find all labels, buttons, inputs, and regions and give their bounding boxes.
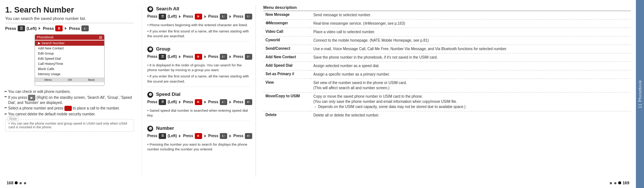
key-right-inline: ▶ bbox=[28, 95, 35, 101]
menu-desc-title: Menu description bbox=[263, 5, 631, 11]
k3-b: B bbox=[195, 99, 202, 105]
p2-press4: Press bbox=[233, 55, 243, 59]
menu-name: Send/Connect bbox=[263, 45, 311, 53]
section-title-3: ❸ Speed Dial bbox=[147, 91, 250, 98]
p1-press2: Press bbox=[183, 14, 193, 18]
arrow-1 bbox=[39, 27, 41, 30]
p4-press3: Press bbox=[208, 134, 218, 138]
page-title: 1. Search Number bbox=[5, 5, 134, 15]
phone-menu-item: ▶ Search Number bbox=[35, 41, 104, 46]
table-row: New Message Send message to selected num… bbox=[263, 11, 631, 20]
phone-screen-menu: ▶ Search Number Add New Contact Edit Gro… bbox=[35, 40, 104, 77]
menu-desc: Assign selected number as a speed dial. bbox=[311, 62, 631, 70]
k1-1b: 1↑ bbox=[245, 14, 252, 20]
page-dot bbox=[24, 182, 26, 184]
menu-desc: Real-time messenger service. (⑩Messenger… bbox=[311, 20, 631, 28]
menu-desc: Copy or move the saved phone number in U… bbox=[311, 93, 631, 111]
bullet-item-1: You can check or edit phone numbers. bbox=[5, 90, 134, 94]
section-desc-3a: • Saved speed dial number is searched wh… bbox=[147, 108, 250, 118]
menu-name: View bbox=[263, 79, 311, 93]
menu-desc: Assign a specific number as a primary nu… bbox=[311, 70, 631, 79]
page-dot bbox=[20, 182, 22, 184]
table-row: Delete Delete all or delete the selected… bbox=[263, 111, 631, 120]
press-label-1: Press bbox=[5, 26, 16, 31]
section-title-1: ❶ Search All bbox=[147, 6, 250, 12]
sidebar: 11 Phonebook bbox=[636, 0, 644, 188]
p3-left: (Left) bbox=[168, 100, 177, 104]
arrow-2 bbox=[65, 27, 67, 30]
section-group: ❷ Group Press ☰ (Left) Press B Press 1↑ bbox=[147, 46, 250, 87]
bullet-item-2: If you press ▶ (Right) on the standby sc… bbox=[5, 95, 134, 105]
footer-menu: Menu bbox=[45, 78, 52, 81]
main-press-line: Press ☰ (Left) Press B Press 1↑ bbox=[5, 25, 134, 31]
arr bbox=[204, 135, 206, 137]
k4-1: 1↑ bbox=[220, 133, 227, 139]
middle-section: ❶ Search All Press ☰ (Left) Press B Pres… bbox=[141, 5, 256, 177]
k2-menu: ☰ bbox=[159, 54, 166, 60]
bullet-item-4: You cannot delete the default mobile sec… bbox=[5, 112, 134, 116]
p4: Press bbox=[147, 134, 157, 138]
k2-1: 1↑ bbox=[220, 54, 227, 60]
page-num-right: 169 bbox=[623, 181, 629, 185]
section-title-2: ❷ Group bbox=[147, 46, 250, 52]
menu-desc: Save the phone number in the phonebook, … bbox=[311, 53, 631, 62]
arr bbox=[204, 55, 206, 58]
phone-menu-item: Edit Speed Dial bbox=[35, 56, 104, 61]
k4-4: 4↑ bbox=[245, 133, 252, 139]
key-call-inline: 📞 bbox=[64, 106, 72, 111]
subtitle: You can search the saved phone number li… bbox=[5, 16, 134, 23]
press-line-2: Press ☰ (Left) Press B Press 1↑ Press 2↑ bbox=[147, 54, 250, 60]
section-desc-2a: • It is displayed in the order of groups… bbox=[147, 63, 250, 73]
phone-screen-header: Phonebook ▤ bbox=[35, 35, 104, 40]
menu-name: New Message bbox=[263, 11, 311, 20]
arr bbox=[204, 101, 206, 104]
menu-name: Set as Primary # bbox=[263, 70, 311, 79]
left-label: (Left) bbox=[27, 26, 37, 31]
arr bbox=[229, 15, 231, 18]
phone-menu-item: Memory Usage bbox=[35, 72, 104, 77]
key-b: B bbox=[55, 25, 63, 31]
press-line-1: Press ☰ (Left) Press B Press 1↑ Press 1↑ bbox=[147, 14, 250, 20]
phone-menu-item: Call History/Time bbox=[35, 61, 104, 66]
arr bbox=[179, 55, 181, 58]
section-number-1: ❶ bbox=[147, 6, 153, 12]
content-area: 1. Search Number You can search the save… bbox=[0, 0, 636, 188]
arr bbox=[179, 135, 181, 137]
k4-menu: ☰ bbox=[159, 133, 166, 139]
p1: Press bbox=[147, 14, 157, 18]
section-speed-dial: ❸ Speed Dial Press ☰ (Left) Press B Pres… bbox=[147, 91, 250, 121]
table-row: Add Speed Dial Assign selected number as… bbox=[263, 62, 631, 70]
menu-name: Delete bbox=[263, 111, 311, 120]
page-dot bbox=[618, 181, 621, 184]
key-menu: ☰ bbox=[18, 25, 25, 31]
press-label-2: Press bbox=[43, 26, 54, 31]
arr bbox=[204, 15, 206, 18]
section-desc-1a: • Phone numbers beginning with the enter… bbox=[147, 22, 250, 27]
press-line-3: Press ☰ (Left) Press B Press 1↑ Press 3↑ bbox=[147, 99, 250, 105]
section-number-3: ❸ bbox=[147, 92, 153, 98]
arr bbox=[179, 15, 181, 18]
press-line-4: Press ☰ (Left) Press B Press 1↑ Press 4↑ bbox=[147, 133, 250, 139]
menu-desc: Connect to the mobile homepage. (NATE Mo… bbox=[311, 36, 631, 45]
phone-header-title: Phonebook bbox=[37, 35, 54, 39]
section-number-2: ❷ bbox=[147, 46, 153, 52]
menu-desc: Use e-mail, Voice Message Call, Call Me … bbox=[311, 45, 631, 53]
section-number: ❹ Number Press ☰ (Left) Press B Press 1↑ bbox=[147, 125, 250, 154]
table-row: Send/Connect Use e-mail, Voice Message C… bbox=[263, 45, 631, 53]
table-row: Move/Copy to USIM Copy or move the saved… bbox=[263, 93, 631, 111]
p2: Press bbox=[147, 55, 157, 59]
note-text: • You can see the phone number and group… bbox=[8, 122, 127, 129]
section-search-all: ❶ Search All Press ☰ (Left) Press B Pres… bbox=[147, 6, 250, 42]
footer-ok: OK bbox=[68, 78, 72, 81]
note-label: Note bbox=[8, 116, 18, 121]
p1-left: (Left) bbox=[168, 14, 177, 18]
p4-press4: Press bbox=[233, 134, 243, 138]
phone-menu-item: Add New Contact bbox=[35, 46, 104, 51]
phone-header-icon: ▤ bbox=[99, 35, 102, 39]
phone-menu-item: Block Calls bbox=[35, 66, 104, 72]
menu-desc: Delete all or delete the selected number… bbox=[311, 111, 631, 120]
menu-name: Move/Copy to USIM bbox=[263, 93, 311, 111]
arr bbox=[179, 101, 181, 104]
menu-name: Cyworld bbox=[263, 36, 311, 45]
p4-left: (Left) bbox=[168, 134, 177, 138]
